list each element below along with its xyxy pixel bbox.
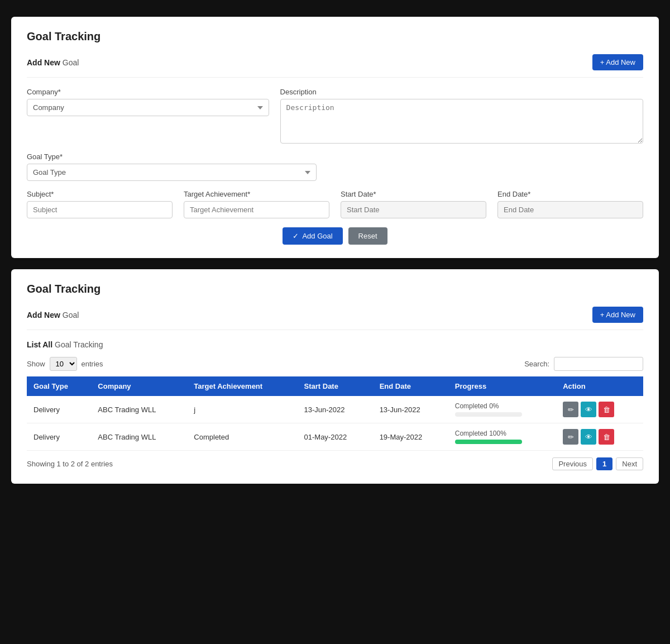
description-group: Description (280, 88, 643, 144)
company-group: Company* Company (27, 88, 269, 144)
progress-cell: Completed 0% (448, 396, 556, 423)
table-header-goal-type: Goal Type (27, 376, 91, 396)
table-row: DeliveryABC Trading WLLCompleted01-May-2… (27, 423, 643, 451)
target-input[interactable] (184, 201, 329, 218)
company-label: Company* (27, 88, 269, 96)
target-label: Target Achievement* (184, 190, 329, 198)
subject-label: Subject* (27, 190, 173, 198)
add-new-button-2[interactable]: + Add New (592, 307, 643, 323)
goal-type-select[interactable]: Goal Type (27, 164, 317, 181)
previous-button[interactable]: Previous (552, 457, 593, 470)
progress-text: Completed 0% (455, 402, 549, 410)
progress-cell: Completed 100% (448, 423, 556, 451)
table-cell: 01-May-2022 (298, 423, 373, 451)
subject-input[interactable] (27, 201, 173, 218)
action-cell: ✏ 👁 🗑 (556, 396, 643, 423)
table-header-company: Company (91, 376, 187, 396)
progress-bar-bg (455, 412, 522, 417)
table-header-progress: Progress (448, 376, 556, 396)
action-cell: ✏ 👁 🗑 (556, 423, 643, 451)
edit-button[interactable]: ✏ (563, 429, 578, 445)
table-header-end-date: End Date (373, 376, 448, 396)
end-date-input[interactable] (497, 201, 643, 218)
section-header-2: Add New Goal + Add New (27, 307, 643, 330)
target-group: Target Achievement* (184, 190, 329, 218)
goals-table: Goal TypeCompanyTarget AchievementStart … (27, 376, 643, 451)
entries-select[interactable]: 10 25 50 (50, 357, 77, 371)
table-header-target-achievement: Target Achievement (187, 376, 297, 396)
page-number[interactable]: 1 (596, 457, 612, 470)
view-button[interactable]: 👁 (581, 429, 596, 445)
table-cell: ABC Trading WLL (91, 423, 187, 451)
table-cell: 19-May-2022 (373, 423, 448, 451)
description-label: Description (280, 88, 643, 96)
delete-button[interactable]: 🗑 (599, 402, 614, 417)
action-buttons: ✏ 👁 🗑 (563, 402, 636, 417)
delete-button[interactable]: 🗑 (599, 429, 614, 445)
search-label: Search: (524, 360, 549, 368)
table-cell: 13-Jun-2022 (298, 396, 373, 423)
next-button[interactable]: Next (616, 457, 643, 470)
progress-bar-bg (455, 440, 522, 444)
start-date-label: Start Date* (341, 190, 486, 198)
form-row-company-description: Company* Company Description (27, 88, 643, 144)
pagination: Previous 1 Next (552, 457, 643, 470)
goal-type-group: Goal Type* Goal Type (27, 152, 317, 181)
checkmark-icon (293, 232, 299, 240)
start-date-input[interactable] (341, 201, 486, 218)
table-cell: Delivery (27, 396, 91, 423)
form-actions: Add Goal Reset (27, 227, 643, 245)
action-buttons: ✏ 👁 🗑 (563, 429, 636, 445)
table-controls: Show 10 25 50 entries Search: (27, 357, 643, 371)
start-date-group: Start Date* (341, 190, 486, 218)
search-input[interactable] (554, 357, 643, 371)
page-title-2: Goal Tracking (27, 283, 643, 295)
section-title-2: Add New Goal (27, 311, 79, 319)
table-header-row: Goal TypeCompanyTarget AchievementStart … (27, 376, 643, 396)
page-title-1: Goal Tracking (27, 30, 643, 43)
view-button[interactable]: 👁 (581, 402, 596, 417)
table-cell: Completed (187, 423, 297, 451)
table-cell: ABC Trading WLL (91, 396, 187, 423)
progress-bar-fill (455, 440, 522, 444)
section-title-1: Add New Goal (27, 58, 79, 67)
table-row: DeliveryABC Trading WLLj13-Jun-202213-Ju… (27, 396, 643, 423)
end-date-group: End Date* (497, 190, 643, 218)
table-header-action: Action (556, 376, 643, 396)
reset-button[interactable]: Reset (348, 227, 387, 245)
show-label: Show (27, 360, 45, 368)
show-entries: Show 10 25 50 entries (27, 357, 103, 371)
table-header-start-date: Start Date (298, 376, 373, 396)
table-cell: j (187, 396, 297, 423)
table-cell: Delivery (27, 423, 91, 451)
goal-type-label: Goal Type* (27, 152, 317, 161)
list-header: List All Goal Tracking (27, 340, 643, 349)
showing-text: Showing 1 to 2 of 2 entries (27, 460, 113, 468)
form-row-subject-target: Subject* Target Achievement* Start Date*… (27, 190, 643, 218)
add-goal-button[interactable]: Add Goal (283, 227, 342, 245)
entries-label: entries (82, 360, 103, 368)
progress-text: Completed 100% (455, 430, 549, 437)
edit-button[interactable]: ✏ (563, 402, 578, 417)
table-footer: Showing 1 to 2 of 2 entries Previous 1 N… (27, 457, 643, 470)
form-row-goaltype: Goal Type* Goal Type (27, 152, 643, 181)
add-new-button-1[interactable]: + Add New (592, 54, 643, 70)
subject-group: Subject* (27, 190, 173, 218)
search-bar: Search: (524, 357, 643, 371)
description-input[interactable] (280, 99, 643, 144)
end-date-label: End Date* (497, 190, 643, 198)
table-cell: 13-Jun-2022 (373, 396, 448, 423)
company-select[interactable]: Company (27, 99, 269, 116)
section-header-1: Add New Goal + Add New (27, 54, 643, 78)
